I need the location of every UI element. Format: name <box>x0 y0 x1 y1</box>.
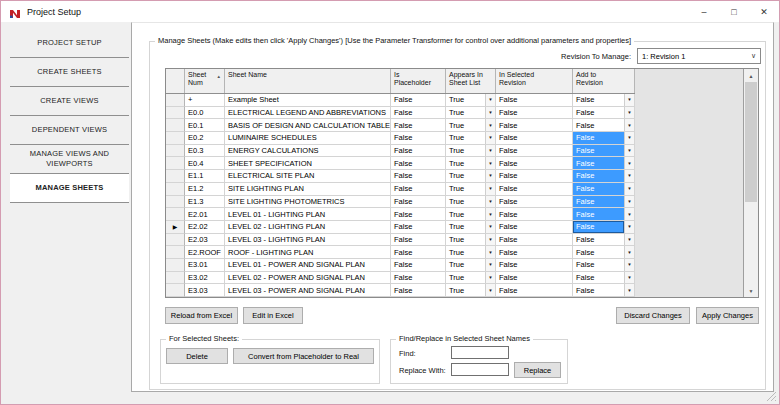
cell-is-placeholder[interactable]: False <box>391 259 446 272</box>
row-selector-cell[interactable] <box>166 284 185 297</box>
dropdown-arrow-icon[interactable]: ▼ <box>624 208 634 220</box>
cell-is-placeholder[interactable]: False <box>391 183 446 196</box>
row-selector-cell[interactable]: ▶ <box>166 221 185 234</box>
cell-sheet-name[interactable]: LEVEL 02 - POWER AND SIGNAL PLAN <box>225 272 391 285</box>
close-button[interactable]: ✕ <box>749 1 779 22</box>
cell-appears-in-sheet-list[interactable]: True▼ <box>446 259 496 272</box>
cell-is-placeholder[interactable]: False <box>391 234 446 247</box>
cell-add-to-revision[interactable]: False▼ <box>573 183 635 196</box>
cell-is-placeholder[interactable]: False <box>391 221 446 234</box>
cell-in-selected-revision[interactable]: False <box>496 145 573 158</box>
row-selector-cell[interactable] <box>166 145 185 158</box>
cell-sheet-num[interactable]: E1.3 <box>185 196 225 209</box>
cell-is-placeholder[interactable]: False <box>391 119 446 132</box>
revision-to-manage-dropdown[interactable]: 1: Revision 1 ∨ <box>637 48 761 64</box>
reload-from-excel-button[interactable]: Reload from Excel <box>165 307 238 324</box>
cell-is-placeholder[interactable]: False <box>391 94 446 107</box>
cell-sheet-name[interactable]: BASIS OF DESIGN AND CALCULATION TABLES <box>225 119 391 132</box>
sidebar-item-create-views[interactable]: CREATE VIEWS <box>10 87 129 116</box>
cell-in-selected-revision[interactable]: False <box>496 107 573 120</box>
column-header-add-to-revision[interactable]: Add to Revision <box>573 69 635 93</box>
cell-is-placeholder[interactable]: False <box>391 157 446 170</box>
minimize-button[interactable]: – <box>689 1 719 22</box>
cell-in-selected-revision[interactable]: False <box>496 234 573 247</box>
dropdown-arrow-icon[interactable]: ▼ <box>485 132 495 144</box>
cell-add-to-revision[interactable]: False▼ <box>573 259 635 272</box>
cell-add-to-revision[interactable]: False▼ <box>573 196 635 209</box>
dropdown-arrow-icon[interactable]: ▼ <box>485 272 495 284</box>
cell-in-selected-revision[interactable]: False <box>496 196 573 209</box>
cell-appears-in-sheet-list[interactable]: True▼ <box>446 221 496 234</box>
cell-in-selected-revision[interactable]: False <box>496 284 573 297</box>
cell-appears-in-sheet-list[interactable]: True▼ <box>446 272 496 285</box>
row-selector-cell[interactable] <box>166 170 185 183</box>
row-selector-cell[interactable] <box>166 272 185 285</box>
convert-placeholder-button[interactable]: Convert from Placeholder to Real <box>233 348 374 364</box>
sidebar-item-manage-views-and-viewports[interactable]: MANAGE VIEWS AND VIEWPORTS <box>10 145 129 174</box>
cell-appears-in-sheet-list[interactable]: True▼ <box>446 119 496 132</box>
row-selector-cell[interactable] <box>166 208 185 221</box>
cell-add-to-revision[interactable]: False▼ <box>573 208 635 221</box>
cell-add-to-revision[interactable]: False▼ <box>573 234 635 247</box>
dropdown-arrow-icon[interactable]: ▼ <box>485 284 495 296</box>
cell-appears-in-sheet-list[interactable]: True▼ <box>446 132 496 145</box>
dropdown-arrow-icon[interactable]: ▼ <box>624 107 634 119</box>
cell-appears-in-sheet-list[interactable]: True▼ <box>446 284 496 297</box>
edit-in-excel-button[interactable]: Edit in Excel <box>243 307 303 324</box>
cell-appears-in-sheet-list[interactable]: True▼ <box>446 234 496 247</box>
cell-in-selected-revision[interactable]: False <box>496 208 573 221</box>
dropdown-arrow-icon[interactable]: ▼ <box>624 272 634 284</box>
cell-appears-in-sheet-list[interactable]: True▼ <box>446 94 496 107</box>
cell-is-placeholder[interactable]: False <box>391 132 446 145</box>
cell-add-to-revision[interactable]: False▼ <box>573 221 635 234</box>
cell-add-to-revision[interactable]: False▼ <box>573 107 635 120</box>
dropdown-arrow-icon[interactable]: ▼ <box>485 183 495 195</box>
cell-sheet-name[interactable]: LEVEL 03 - LIGHTING PLAN <box>225 234 391 247</box>
cell-sheet-name[interactable]: SITE LIGHTING PLAN <box>225 183 391 196</box>
cell-appears-in-sheet-list[interactable]: True▼ <box>446 145 496 158</box>
cell-sheet-name[interactable]: LEVEL 02 - LIGHTING PLAN <box>225 221 391 234</box>
cell-in-selected-revision[interactable]: False <box>496 157 573 170</box>
cell-sheet-name[interactable]: ELECTRICAL LEGEND AND ABBREVIATIONS <box>225 107 391 120</box>
cell-sheet-name[interactable]: LEVEL 01 - LIGHTING PLAN <box>225 208 391 221</box>
dropdown-arrow-icon[interactable]: ▼ <box>624 183 634 195</box>
cell-add-to-revision[interactable]: False▼ <box>573 94 635 107</box>
column-header-sheet-num[interactable]: Sheet Num▲ <box>185 69 225 93</box>
cell-appears-in-sheet-list[interactable]: True▼ <box>446 157 496 170</box>
cell-add-to-revision[interactable]: False▼ <box>573 272 635 285</box>
cell-is-placeholder[interactable]: False <box>391 208 446 221</box>
row-selector-cell[interactable] <box>166 183 185 196</box>
cell-sheet-name[interactable]: SHEET SPECIFICATION <box>225 157 391 170</box>
cell-add-to-revision[interactable]: False▼ <box>573 145 635 158</box>
scroll-down-icon[interactable]: ▼ <box>744 284 758 297</box>
dropdown-arrow-icon[interactable]: ▼ <box>485 259 495 271</box>
cell-is-placeholder[interactable]: False <box>391 272 446 285</box>
dropdown-arrow-icon[interactable]: ▼ <box>624 196 634 208</box>
cell-sheet-name[interactable]: Example Sheet <box>225 94 391 107</box>
dropdown-arrow-icon[interactable]: ▼ <box>624 145 634 157</box>
dropdown-arrow-icon[interactable]: ▼ <box>485 107 495 119</box>
cell-sheet-num[interactable]: E0.2 <box>185 132 225 145</box>
cell-in-selected-revision[interactable]: False <box>496 259 573 272</box>
cell-appears-in-sheet-list[interactable]: True▼ <box>446 208 496 221</box>
dropdown-arrow-icon[interactable]: ▼ <box>624 246 634 258</box>
resize-grip[interactable] <box>767 392 776 401</box>
cell-add-to-revision[interactable]: False▼ <box>573 132 635 145</box>
cell-sheet-num[interactable]: E0.4 <box>185 157 225 170</box>
replace-with-input[interactable] <box>451 363 509 376</box>
cell-sheet-num[interactable]: E3.03 <box>185 284 225 297</box>
dropdown-arrow-icon[interactable]: ▼ <box>624 284 634 296</box>
delete-button[interactable]: Delete <box>166 348 228 364</box>
cell-appears-in-sheet-list[interactable]: True▼ <box>446 183 496 196</box>
cell-appears-in-sheet-list[interactable]: True▼ <box>446 246 496 259</box>
cell-sheet-num[interactable]: E0.0 <box>185 107 225 120</box>
dropdown-arrow-icon[interactable]: ▼ <box>485 119 495 131</box>
dropdown-arrow-icon[interactable]: ▼ <box>624 259 634 271</box>
dropdown-arrow-icon[interactable]: ▼ <box>485 196 495 208</box>
scrollbar-thumb[interactable] <box>745 82 757 202</box>
sidebar-item-project-setup[interactable]: PROJECT SETUP <box>10 29 129 58</box>
cell-sheet-name[interactable]: LEVEL 03 - POWER AND SIGNAL PLAN <box>225 284 391 297</box>
dropdown-arrow-icon[interactable]: ▼ <box>624 157 634 169</box>
sidebar-item-manage-sheets[interactable]: MANAGE SHEETS <box>10 174 129 203</box>
dropdown-arrow-icon[interactable]: ▼ <box>624 94 634 106</box>
